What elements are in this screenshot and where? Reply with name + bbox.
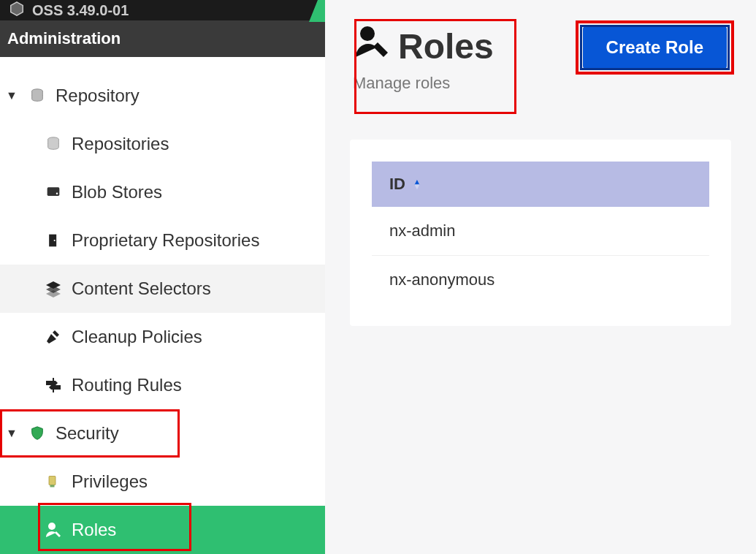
database-icon xyxy=(44,134,63,153)
cell-id: nx-admin xyxy=(389,221,455,240)
user-tag-icon xyxy=(353,25,391,68)
user-tag-icon xyxy=(44,520,63,539)
svg-point-6 xyxy=(54,240,56,241)
table-row[interactable]: nx-anonymous xyxy=(372,256,709,304)
nav-item-security[interactable]: ▼ Security xyxy=(0,409,325,458)
create-role-button[interactable]: Create Role xyxy=(583,26,727,69)
topbar: OSS 3.49.0-01 ▲ xyxy=(0,0,325,20)
nav-label: Repositories xyxy=(72,134,169,154)
database-icon xyxy=(28,86,47,105)
broom-icon xyxy=(44,327,63,346)
section-header-administration: Administration xyxy=(0,20,325,57)
main-content: Roles Manage roles Create Role ID xyxy=(325,0,756,554)
nav-label: Routing Rules xyxy=(72,375,182,395)
nav-label: Proprietary Repositories xyxy=(72,230,259,251)
expander-icon: ▼ xyxy=(6,427,19,440)
harddrive-icon xyxy=(44,183,63,202)
nav-label: Cleanup Policies xyxy=(72,327,202,347)
svg-marker-0 xyxy=(11,1,23,15)
nav-item-content-selectors[interactable]: Content Selectors xyxy=(0,265,325,313)
page-header: Roles Manage roles Create Role xyxy=(350,22,731,96)
nav-label: Repository xyxy=(56,86,140,106)
nav-item-cleanup-policies[interactable]: Cleanup Policies xyxy=(0,313,325,361)
roles-table: ID ▲▼ nx-admin nx-anonymous xyxy=(350,140,731,326)
svg-rect-13 xyxy=(49,477,56,485)
door-icon xyxy=(44,231,63,250)
expander-icon: ▼ xyxy=(6,89,19,102)
nav-item-blob-stores[interactable]: Blob Stores xyxy=(0,168,325,216)
nav-label: Security xyxy=(56,423,119,444)
nav-item-proprietary-repositories[interactable]: Proprietary Repositories xyxy=(0,216,325,265)
sidebar: OSS 3.49.0-01 ▲ Administration ▼ Reposit… xyxy=(0,0,325,554)
badge-icon xyxy=(44,472,63,491)
table-row[interactable]: nx-admin xyxy=(372,207,709,256)
nav-label: Roles xyxy=(72,520,116,540)
sort-icon: ▲▼ xyxy=(413,180,421,189)
nav-label: Content Selectors xyxy=(72,278,211,299)
svg-point-4 xyxy=(56,192,58,194)
column-header-id[interactable]: ID ▲▼ xyxy=(372,162,709,207)
nav-item-routing-rules[interactable]: Routing Rules xyxy=(0,361,325,409)
nav-label: Privileges xyxy=(72,471,148,492)
page-title: Roles xyxy=(353,25,494,68)
svg-rect-14 xyxy=(50,485,55,487)
nav-item-repositories[interactable]: Repositories xyxy=(0,120,325,168)
svg-point-16 xyxy=(360,26,375,41)
svg-marker-9 xyxy=(46,290,61,297)
svg-rect-3 xyxy=(47,187,60,196)
nav-label: Blob Stores xyxy=(72,182,162,202)
signpost-icon xyxy=(44,376,63,395)
product-logo-icon xyxy=(9,1,25,20)
product-version: OSS 3.49.0-01 xyxy=(32,2,129,19)
svg-point-15 xyxy=(48,523,56,530)
layers-icon xyxy=(44,279,63,298)
nav-tree: ▼ Repository Repositories Blob Stores xyxy=(0,57,325,554)
cell-id: nx-anonymous xyxy=(389,270,495,289)
nav-item-repository[interactable]: ▼ Repository xyxy=(0,72,325,120)
page-subtitle: Manage roles xyxy=(353,74,494,93)
svg-marker-12 xyxy=(49,385,61,390)
nav-item-roles[interactable]: Roles xyxy=(0,506,325,554)
page-title-text: Roles xyxy=(398,26,494,67)
nav-item-privileges[interactable]: Privileges xyxy=(0,458,325,506)
column-header-label: ID xyxy=(389,175,405,194)
shield-icon xyxy=(28,424,47,443)
svg-marker-11 xyxy=(46,381,58,385)
